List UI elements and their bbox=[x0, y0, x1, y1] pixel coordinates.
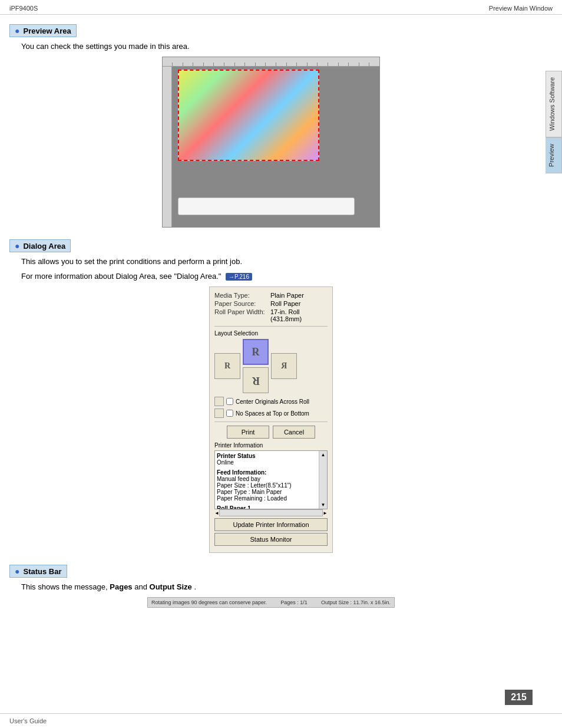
nospace-checkbox-label: No Spaces at Top or Bottom bbox=[236, 410, 309, 417]
status-bar-output: Output Size : 11.7in. x 16.5in. bbox=[321, 599, 391, 605]
media-type-value: Plain Paper bbox=[270, 292, 304, 299]
center-checkbox[interactable] bbox=[226, 398, 233, 405]
tick bbox=[193, 62, 203, 66]
header-right: Preview Main Window bbox=[489, 5, 553, 12]
dialog-area-description1: This allows you to set the print conditi… bbox=[21, 257, 533, 266]
scroll-up-arrow[interactable]: ▲ bbox=[320, 451, 327, 459]
dialog-area-link-badge[interactable]: →P.216 bbox=[226, 273, 252, 281]
tick bbox=[244, 62, 255, 66]
status-bar-heading: ● Status Bar bbox=[9, 565, 67, 578]
tick bbox=[224, 62, 234, 66]
roll-paper-section: Roll Paper 1 Roll Paper Width : 17-in. R… bbox=[217, 505, 317, 509]
tick bbox=[172, 62, 183, 66]
ruler-ticks-top bbox=[163, 57, 379, 66]
preview-image-container bbox=[162, 57, 380, 228]
printer-info-box: Printer Status Online Feed Information: … bbox=[214, 450, 328, 509]
status-bar-description: This shows the message, Pages and Output… bbox=[21, 582, 533, 591]
feed-info-line1: Manual feed bay bbox=[217, 476, 317, 482]
cancel-button[interactable]: Cancel bbox=[273, 426, 315, 439]
printer-info-scrollbar[interactable]: ▲ ▼ bbox=[319, 451, 327, 509]
printer-info-label: Printer Information bbox=[214, 442, 328, 449]
page-number: 215 bbox=[505, 690, 533, 705]
status-bar-display: Rotating images 90 degrees can conserve … bbox=[147, 597, 395, 608]
center-checkbox-icon bbox=[214, 397, 224, 406]
printer-status-section: Printer Status Online bbox=[217, 453, 317, 466]
status-bullet: ● bbox=[15, 566, 19, 576]
layout-box-normal[interactable]: R bbox=[214, 353, 240, 379]
hscroll-track bbox=[219, 509, 323, 516]
printer-status-title: Printer Status bbox=[217, 453, 317, 459]
side-tab-preview[interactable]: Preview bbox=[546, 137, 562, 173]
paper-source-row: Paper Source: Roll Paper bbox=[214, 300, 328, 307]
preview-paper bbox=[178, 70, 319, 161]
center-checkbox-label: Center Originals Across Roll bbox=[236, 398, 309, 405]
main-content: ● Preview Area You can check the setting… bbox=[0, 15, 562, 617]
checkbox-center-row: Center Originals Across Roll bbox=[214, 397, 328, 406]
dialog-area-description2: For more information about Dialog Area, … bbox=[21, 272, 533, 281]
hscroll-right-arrow[interactable]: ► bbox=[323, 510, 328, 516]
feed-info-line3: Paper Type : Main Paper bbox=[217, 489, 317, 495]
scroll-down-arrow[interactable]: ▼ bbox=[320, 501, 327, 509]
tick bbox=[286, 62, 297, 66]
output-size-bold: Output Size bbox=[150, 582, 192, 591]
status-bar-section: ● Status Bar This shows the message, Pag… bbox=[9, 565, 533, 608]
printer-info-hscrollbar: ◄ ► bbox=[214, 509, 328, 516]
layout-column-center: R R bbox=[243, 339, 269, 393]
status-bar-message: Rotating images 90 degrees can conserve … bbox=[151, 599, 267, 605]
layout-box-mirror[interactable]: R bbox=[271, 353, 297, 379]
side-tabs: Windows Software Preview bbox=[546, 71, 562, 173]
feed-info-title: Feed Information: bbox=[217, 469, 317, 476]
tick bbox=[213, 62, 224, 66]
preview-roll bbox=[178, 197, 355, 215]
preview-bullet: ● bbox=[15, 26, 19, 35]
dialog-area-container: Media Type: Plain Paper Paper Source: Ro… bbox=[209, 286, 333, 553]
layout-grid: R R R R bbox=[214, 339, 328, 393]
pages-bold: Pages bbox=[110, 582, 132, 591]
feed-info-line4: Paper Remaining : Loaded bbox=[217, 495, 317, 502]
preview-area-description: You can check the settings you made in t… bbox=[21, 42, 533, 51]
tick bbox=[307, 62, 318, 66]
dialog-bullet: ● bbox=[15, 241, 19, 251]
roll-paper-width-value: 17-in. Roll (431.8mm) bbox=[270, 308, 328, 322]
preview-area-heading: ● Preview Area bbox=[9, 24, 77, 37]
header-left: iPF9400S bbox=[9, 5, 38, 12]
paper-source-value: Roll Paper bbox=[270, 300, 300, 307]
page-header: iPF9400S Preview Main Window bbox=[0, 0, 562, 15]
separator1 bbox=[214, 326, 328, 327]
tick bbox=[359, 62, 369, 66]
media-type-row: Media Type: Plain Paper bbox=[214, 292, 328, 299]
status-bar-pages: Pages : 1/1 bbox=[280, 599, 308, 605]
tick bbox=[296, 62, 307, 66]
nospace-checkbox[interactable] bbox=[226, 410, 233, 417]
ruler-top bbox=[163, 57, 379, 67]
preview-canvas bbox=[172, 67, 379, 227]
tick bbox=[265, 62, 276, 66]
preview-img-box bbox=[162, 57, 380, 228]
checkbox-nospace-row: No Spaces at Top or Bottom bbox=[214, 409, 328, 418]
hscroll-left-arrow[interactable]: ◄ bbox=[214, 510, 219, 516]
roll-paper-width-label: Roll Paper Width: bbox=[214, 308, 270, 322]
preview-photo bbox=[178, 70, 319, 160]
layout-box-selected[interactable]: R bbox=[243, 339, 269, 365]
update-printer-info-button[interactable]: Update Printer Information bbox=[214, 518, 328, 531]
print-button[interactable]: Print bbox=[227, 426, 269, 439]
tick bbox=[369, 62, 379, 66]
tick bbox=[276, 62, 286, 66]
layout-box-rotated[interactable]: R bbox=[243, 367, 269, 393]
tick bbox=[338, 62, 349, 66]
layout-column-right: R bbox=[271, 353, 297, 379]
tick bbox=[317, 62, 328, 66]
side-tab-windows-software[interactable]: Windows Software bbox=[546, 71, 562, 137]
tick bbox=[183, 62, 193, 66]
page-footer: User's Guide bbox=[0, 713, 562, 728]
tick bbox=[348, 62, 359, 66]
feed-info-section: Feed Information: Manual feed bay Paper … bbox=[217, 469, 317, 502]
tick bbox=[328, 62, 338, 66]
media-type-label: Media Type: bbox=[214, 292, 270, 299]
ruler-left bbox=[163, 67, 172, 227]
print-cancel-row: Print Cancel bbox=[214, 426, 328, 439]
printer-info-content: Printer Status Online Feed Information: … bbox=[217, 453, 325, 509]
status-monitor-button[interactable]: Status Monitor bbox=[214, 533, 328, 546]
dialog-area-heading: ● Dialog Area bbox=[9, 239, 71, 252]
paper-source-label: Paper Source: bbox=[214, 300, 270, 307]
